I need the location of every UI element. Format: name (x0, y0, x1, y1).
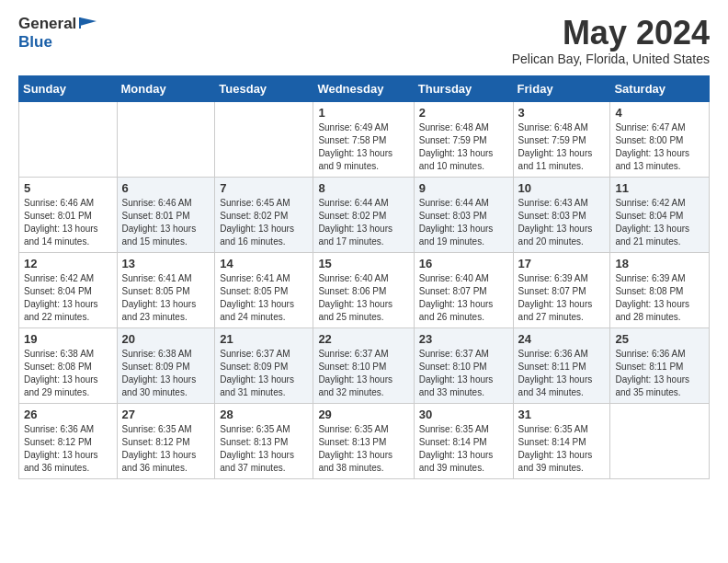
day-info: Sunrise: 6:41 AMSunset: 8:05 PMDaylight:… (220, 272, 308, 324)
calendar-table: Sunday Monday Tuesday Wednesday Thursday… (18, 75, 710, 479)
day-number: 31 (518, 408, 606, 421)
day-number: 30 (419, 408, 508, 421)
day-info: Sunrise: 6:40 AMSunset: 8:06 PMDaylight:… (318, 272, 408, 324)
day-number: 12 (24, 257, 112, 270)
table-row: 26Sunrise: 6:36 AMSunset: 8:12 PMDayligh… (19, 403, 118, 478)
table-row (215, 101, 313, 177)
logo-flag-icon (78, 16, 98, 30)
table-row: 17Sunrise: 6:39 AMSunset: 8:07 PMDayligh… (513, 252, 610, 327)
calendar-week-row: 1Sunrise: 6:49 AMSunset: 7:58 PMDaylight… (19, 101, 710, 177)
day-number: 19 (24, 332, 112, 346)
table-row: 16Sunrise: 6:40 AMSunset: 8:07 PMDayligh… (414, 252, 513, 327)
logo-blue: Blue (18, 33, 52, 51)
day-info: Sunrise: 6:44 AMSunset: 8:03 PMDaylight:… (419, 197, 508, 248)
table-row: 10Sunrise: 6:43 AMSunset: 8:03 PMDayligh… (513, 177, 610, 252)
day-number: 22 (318, 332, 408, 346)
table-row: 29Sunrise: 6:35 AMSunset: 8:13 PMDayligh… (313, 403, 414, 478)
day-number: 28 (220, 408, 308, 421)
table-row: 25Sunrise: 6:36 AMSunset: 8:11 PMDayligh… (610, 327, 710, 403)
svg-marker-0 (80, 17, 97, 26)
day-number: 16 (419, 257, 508, 270)
header-monday: Monday (117, 75, 215, 101)
table-row (117, 101, 215, 177)
table-row: 24Sunrise: 6:36 AMSunset: 8:11 PMDayligh… (513, 327, 610, 403)
day-info: Sunrise: 6:39 AMSunset: 8:08 PMDaylight:… (615, 272, 704, 324)
day-number: 11 (615, 181, 704, 195)
day-info: Sunrise: 6:44 AMSunset: 8:02 PMDaylight:… (318, 197, 408, 248)
day-number: 23 (419, 332, 508, 346)
day-number: 25 (615, 332, 704, 346)
calendar-week-row: 26Sunrise: 6:36 AMSunset: 8:12 PMDayligh… (19, 403, 710, 478)
day-number: 27 (122, 408, 210, 421)
calendar-week-row: 12Sunrise: 6:42 AMSunset: 8:04 PMDayligh… (19, 252, 710, 327)
day-number: 13 (122, 257, 210, 270)
table-row: 8Sunrise: 6:44 AMSunset: 8:02 PMDaylight… (313, 177, 414, 252)
table-row: 3Sunrise: 6:48 AMSunset: 7:59 PMDaylight… (513, 101, 610, 177)
table-row: 14Sunrise: 6:41 AMSunset: 8:05 PMDayligh… (215, 252, 313, 327)
day-info: Sunrise: 6:37 AMSunset: 8:09 PMDaylight:… (220, 348, 308, 399)
header-sunday: Sunday (19, 75, 118, 101)
table-row: 2Sunrise: 6:48 AMSunset: 7:59 PMDaylight… (414, 101, 513, 177)
day-info: Sunrise: 6:43 AMSunset: 8:03 PMDaylight:… (518, 197, 606, 248)
day-info: Sunrise: 6:36 AMSunset: 8:11 PMDaylight:… (518, 348, 606, 399)
day-number: 1 (318, 106, 408, 120)
day-number: 4 (615, 106, 704, 120)
day-info: Sunrise: 6:36 AMSunset: 8:11 PMDaylight:… (615, 348, 704, 399)
day-number: 2 (419, 106, 508, 120)
day-number: 6 (122, 181, 210, 195)
table-row: 12Sunrise: 6:42 AMSunset: 8:04 PMDayligh… (19, 252, 118, 327)
day-info: Sunrise: 6:37 AMSunset: 8:10 PMDaylight:… (419, 348, 508, 399)
table-row: 15Sunrise: 6:40 AMSunset: 8:06 PMDayligh… (313, 252, 414, 327)
day-info: Sunrise: 6:48 AMSunset: 7:59 PMDaylight:… (419, 121, 508, 173)
day-info: Sunrise: 6:38 AMSunset: 8:09 PMDaylight:… (122, 348, 210, 399)
day-info: Sunrise: 6:46 AMSunset: 8:01 PMDaylight:… (24, 197, 112, 248)
table-row: 6Sunrise: 6:46 AMSunset: 8:01 PMDaylight… (117, 177, 215, 252)
table-row: 1Sunrise: 6:49 AMSunset: 7:58 PMDaylight… (313, 101, 414, 177)
day-info: Sunrise: 6:41 AMSunset: 8:05 PMDaylight:… (122, 272, 210, 324)
table-row: 13Sunrise: 6:41 AMSunset: 8:05 PMDayligh… (117, 252, 215, 327)
table-row: 5Sunrise: 6:46 AMSunset: 8:01 PMDaylight… (19, 177, 118, 252)
table-row: 20Sunrise: 6:38 AMSunset: 8:09 PMDayligh… (117, 327, 215, 403)
logo-general: General (18, 15, 76, 33)
table-row: 4Sunrise: 6:47 AMSunset: 8:00 PMDaylight… (610, 101, 710, 177)
table-row: 28Sunrise: 6:35 AMSunset: 8:13 PMDayligh… (215, 403, 313, 478)
day-info: Sunrise: 6:39 AMSunset: 8:07 PMDaylight:… (518, 272, 606, 324)
day-number: 10 (518, 181, 606, 195)
table-row: 23Sunrise: 6:37 AMSunset: 8:10 PMDayligh… (414, 327, 513, 403)
table-row: 19Sunrise: 6:38 AMSunset: 8:08 PMDayligh… (19, 327, 118, 403)
calendar-location: Pelican Bay, Florida, United States (512, 52, 710, 66)
table-row: 9Sunrise: 6:44 AMSunset: 8:03 PMDaylight… (414, 177, 513, 252)
day-info: Sunrise: 6:46 AMSunset: 8:01 PMDaylight:… (122, 197, 210, 248)
day-number: 26 (24, 408, 112, 421)
day-number: 8 (318, 181, 408, 195)
header-friday: Friday (513, 75, 610, 101)
table-row: 22Sunrise: 6:37 AMSunset: 8:10 PMDayligh… (313, 327, 414, 403)
day-info: Sunrise: 6:48 AMSunset: 7:59 PMDaylight:… (518, 121, 606, 173)
page: General Blue May 2024 Pelican Bay, Flori… (0, 0, 728, 498)
table-row: 18Sunrise: 6:39 AMSunset: 8:08 PMDayligh… (610, 252, 710, 327)
table-row (610, 403, 710, 478)
day-number: 29 (318, 408, 408, 421)
header: General Blue May 2024 Pelican Bay, Flori… (18, 15, 710, 66)
header-saturday: Saturday (610, 75, 710, 101)
day-number: 24 (518, 332, 606, 346)
table-row: 11Sunrise: 6:42 AMSunset: 8:04 PMDayligh… (610, 177, 710, 252)
day-number: 7 (220, 181, 308, 195)
day-number: 18 (615, 257, 704, 270)
header-thursday: Thursday (414, 75, 513, 101)
table-row (19, 101, 118, 177)
day-number: 21 (220, 332, 308, 346)
day-number: 15 (318, 257, 408, 270)
table-row: 21Sunrise: 6:37 AMSunset: 8:09 PMDayligh… (215, 327, 313, 403)
day-info: Sunrise: 6:36 AMSunset: 8:12 PMDaylight:… (24, 423, 112, 475)
day-info: Sunrise: 6:38 AMSunset: 8:08 PMDaylight:… (24, 348, 112, 399)
header-wednesday: Wednesday (313, 75, 414, 101)
day-info: Sunrise: 6:47 AMSunset: 8:00 PMDaylight:… (615, 121, 704, 173)
day-info: Sunrise: 6:35 AMSunset: 8:13 PMDaylight:… (318, 423, 408, 475)
day-number: 3 (518, 106, 606, 120)
table-row: 27Sunrise: 6:35 AMSunset: 8:12 PMDayligh… (117, 403, 215, 478)
day-info: Sunrise: 6:35 AMSunset: 8:14 PMDaylight:… (518, 423, 606, 475)
day-number: 20 (122, 332, 210, 346)
day-number: 5 (24, 181, 112, 195)
day-info: Sunrise: 6:37 AMSunset: 8:10 PMDaylight:… (318, 348, 408, 399)
